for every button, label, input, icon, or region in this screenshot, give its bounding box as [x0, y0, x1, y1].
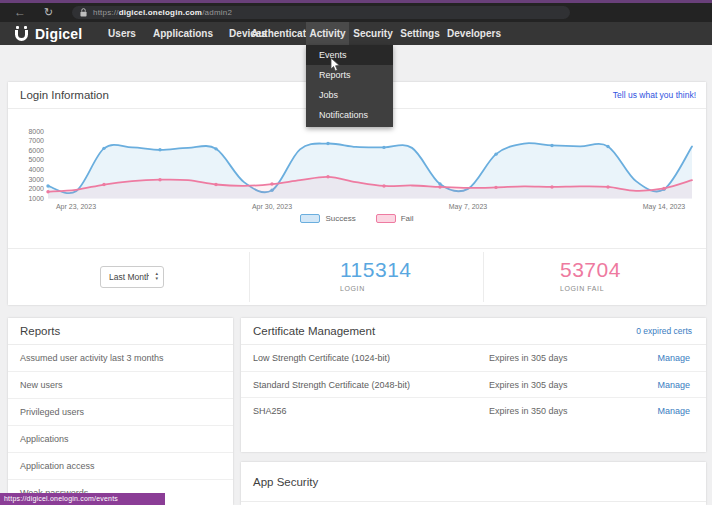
nav-item-settings[interactable]: Settings — [397, 22, 443, 45]
certs-panel-title: Certificate Management — [253, 325, 375, 337]
certs-panel-header: Certificate Management 0 expired certs — [241, 318, 706, 345]
report-link-privileged-users[interactable]: Privileged users — [8, 399, 233, 426]
chart-legend: SuccessFail — [8, 214, 706, 223]
svg-text:2000: 2000 — [28, 185, 44, 192]
svg-text:5000: 5000 — [28, 156, 44, 163]
menu-item-events[interactable]: Events — [306, 45, 393, 65]
report-link-application-access[interactable]: Application access — [8, 453, 233, 480]
svg-text:7000: 7000 — [28, 137, 44, 144]
date-range-select-wrap: Last Month ▴▾ — [100, 266, 164, 288]
cert-expires: Expires in 350 days — [489, 398, 568, 425]
app-security-title: App Security — [253, 476, 318, 488]
nav-item-activity[interactable]: Activity — [306, 22, 349, 45]
address-bar[interactable]: https://digicel.onelogin.com/admin2 — [72, 6, 570, 19]
cert-name: Standard Strength Certificate (2048-bit) — [253, 372, 410, 399]
lock-icon — [80, 8, 87, 17]
login-count-label: LOGIN — [340, 285, 412, 292]
legend-swatch-icon — [376, 214, 396, 223]
reports-panel: Reports Assumed user activity last 3 mon… — [8, 318, 233, 505]
nav-item-developers[interactable]: Developers — [443, 22, 505, 45]
svg-text:May 7, 2023: May 7, 2023 — [449, 203, 488, 211]
app-security-header: App Security — [241, 462, 706, 502]
menu-item-reports[interactable]: Reports — [306, 65, 393, 85]
cert-name: SHA256 — [253, 398, 287, 425]
nav-item-security[interactable]: Security — [349, 22, 397, 45]
date-range-select[interactable]: Last Month — [100, 266, 164, 288]
reports-panel-title: Reports — [20, 325, 60, 337]
manage-link[interactable]: Manage — [657, 372, 690, 399]
divider — [8, 248, 706, 249]
legend-swatch-icon — [300, 214, 320, 223]
nav-item-applications[interactable]: Applications — [146, 22, 220, 45]
expired-certs-link[interactable]: 0 expired certs — [636, 318, 692, 345]
status-bar-link-preview: https://digicel.onelogin.com/events — [0, 493, 165, 505]
svg-text:1000: 1000 — [28, 195, 44, 202]
login-count: 115314 — [340, 258, 412, 282]
legend-item-success: Success — [300, 214, 355, 223]
brand-logo[interactable]: Digicel — [14, 25, 82, 42]
url-text: https://digicel.onelogin.com/admin2 — [93, 8, 232, 17]
report-link-applications[interactable]: Applications — [8, 426, 233, 453]
cert-expires: Expires in 305 days — [489, 345, 568, 372]
svg-text:4000: 4000 — [28, 166, 44, 173]
divider — [483, 252, 484, 302]
report-link-assumed-user-activity[interactable]: Assumed user activity last 3 months — [8, 345, 233, 372]
login-fail-count-label: LOGIN FAIL — [560, 285, 621, 292]
menu-item-notifications[interactable]: Notifications — [306, 105, 393, 125]
legend-label: Success — [325, 214, 355, 223]
mouse-cursor-icon — [330, 58, 342, 72]
login-panel-title: Login Information — [20, 89, 109, 101]
top-nav: Digicel Users Applications Devices Authe… — [0, 22, 712, 45]
manage-link[interactable]: Manage — [657, 398, 690, 425]
feedback-link[interactable]: Tell us what you think! — [613, 82, 696, 109]
reports-panel-header: Reports — [8, 318, 233, 345]
app-security-panel: App Security — [241, 462, 706, 505]
login-line-chart: 10002000300040005000600070008000Apr 23, … — [8, 124, 706, 216]
nav-item-users[interactable]: Users — [98, 22, 146, 45]
stat-login: 115314 LOGIN — [340, 258, 412, 292]
svg-text:6000: 6000 — [28, 147, 44, 154]
stat-login-fail: 53704 LOGIN FAIL — [560, 258, 621, 292]
svg-text:8000: 8000 — [28, 128, 44, 135]
legend-item-fail: Fail — [376, 214, 414, 223]
browser-refresh-icon[interactable]: ↻ — [44, 5, 53, 20]
svg-text:3000: 3000 — [28, 176, 44, 183]
login-fail-count: 53704 — [560, 258, 621, 282]
cert-name: Low Strength Certificate (1024-bit) — [253, 345, 390, 372]
report-link-new-users[interactable]: New users — [8, 372, 233, 399]
cert-row-sha256: SHA256 Expires in 350 days Manage — [241, 398, 706, 425]
browser-back-icon[interactable]: ← — [14, 5, 26, 20]
cert-row-low-strength: Low Strength Certificate (1024-bit) Expi… — [241, 345, 706, 372]
activity-dropdown-menu: Events Reports Jobs Notifications — [306, 45, 393, 127]
svg-text:Apr 23, 2023: Apr 23, 2023 — [56, 203, 96, 211]
cert-row-standard-strength: Standard Strength Certificate (2048-bit)… — [241, 372, 706, 399]
divider — [249, 252, 250, 302]
browser-toolbar: ← ↻ https://digicel.onelogin.com/admin2 — [0, 3, 712, 22]
manage-link[interactable]: Manage — [657, 345, 690, 372]
svg-text:Apr 30, 2023: Apr 30, 2023 — [252, 203, 292, 211]
brand-name: Digicel — [35, 26, 82, 42]
certificate-management-panel: Certificate Management 0 expired certs L… — [241, 318, 706, 452]
menu-item-jobs[interactable]: Jobs — [306, 85, 393, 105]
legend-label: Fail — [401, 214, 414, 223]
digicel-logo-icon — [14, 26, 29, 41]
svg-text:May 14, 2023: May 14, 2023 — [643, 203, 686, 211]
cert-expires: Expires in 305 days — [489, 372, 568, 399]
